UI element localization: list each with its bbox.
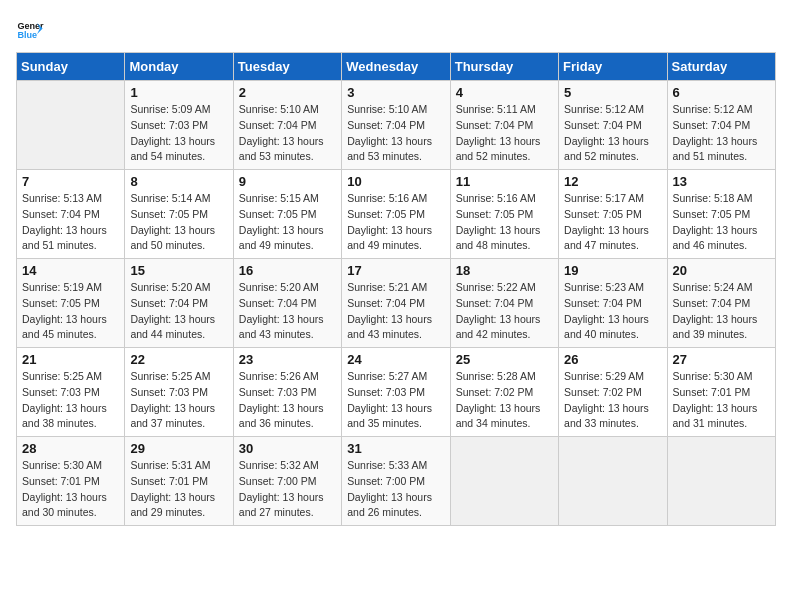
day-number: 2 bbox=[239, 85, 336, 100]
logo: General Blue bbox=[16, 16, 44, 44]
day-number: 12 bbox=[564, 174, 661, 189]
header-row: SundayMondayTuesdayWednesdayThursdayFrid… bbox=[17, 53, 776, 81]
calendar-cell: 7Sunrise: 5:13 AM Sunset: 7:04 PM Daylig… bbox=[17, 170, 125, 259]
day-number: 7 bbox=[22, 174, 119, 189]
day-info: Sunrise: 5:30 AM Sunset: 7:01 PM Dayligh… bbox=[673, 369, 770, 432]
calendar-cell: 16Sunrise: 5:20 AM Sunset: 7:04 PM Dayli… bbox=[233, 259, 341, 348]
day-info: Sunrise: 5:14 AM Sunset: 7:05 PM Dayligh… bbox=[130, 191, 227, 254]
calendar-cell: 31Sunrise: 5:33 AM Sunset: 7:00 PM Dayli… bbox=[342, 437, 450, 526]
header-cell-thursday: Thursday bbox=[450, 53, 558, 81]
day-info: Sunrise: 5:25 AM Sunset: 7:03 PM Dayligh… bbox=[130, 369, 227, 432]
day-number: 10 bbox=[347, 174, 444, 189]
calendar-week-2: 7Sunrise: 5:13 AM Sunset: 7:04 PM Daylig… bbox=[17, 170, 776, 259]
calendar-cell: 18Sunrise: 5:22 AM Sunset: 7:04 PM Dayli… bbox=[450, 259, 558, 348]
day-info: Sunrise: 5:31 AM Sunset: 7:01 PM Dayligh… bbox=[130, 458, 227, 521]
calendar-week-5: 28Sunrise: 5:30 AM Sunset: 7:01 PM Dayli… bbox=[17, 437, 776, 526]
header-cell-tuesday: Tuesday bbox=[233, 53, 341, 81]
calendar-cell: 21Sunrise: 5:25 AM Sunset: 7:03 PM Dayli… bbox=[17, 348, 125, 437]
day-info: Sunrise: 5:16 AM Sunset: 7:05 PM Dayligh… bbox=[456, 191, 553, 254]
day-number: 4 bbox=[456, 85, 553, 100]
calendar-cell: 11Sunrise: 5:16 AM Sunset: 7:05 PM Dayli… bbox=[450, 170, 558, 259]
day-info: Sunrise: 5:23 AM Sunset: 7:04 PM Dayligh… bbox=[564, 280, 661, 343]
calendar-week-1: 1Sunrise: 5:09 AM Sunset: 7:03 PM Daylig… bbox=[17, 81, 776, 170]
calendar-cell: 22Sunrise: 5:25 AM Sunset: 7:03 PM Dayli… bbox=[125, 348, 233, 437]
calendar-cell bbox=[667, 437, 775, 526]
logo-icon: General Blue bbox=[16, 16, 44, 44]
calendar-cell: 27Sunrise: 5:30 AM Sunset: 7:01 PM Dayli… bbox=[667, 348, 775, 437]
day-info: Sunrise: 5:21 AM Sunset: 7:04 PM Dayligh… bbox=[347, 280, 444, 343]
day-info: Sunrise: 5:20 AM Sunset: 7:04 PM Dayligh… bbox=[130, 280, 227, 343]
day-number: 15 bbox=[130, 263, 227, 278]
day-info: Sunrise: 5:27 AM Sunset: 7:03 PM Dayligh… bbox=[347, 369, 444, 432]
calendar-body: 1Sunrise: 5:09 AM Sunset: 7:03 PM Daylig… bbox=[17, 81, 776, 526]
day-info: Sunrise: 5:13 AM Sunset: 7:04 PM Dayligh… bbox=[22, 191, 119, 254]
day-info: Sunrise: 5:10 AM Sunset: 7:04 PM Dayligh… bbox=[347, 102, 444, 165]
day-info: Sunrise: 5:33 AM Sunset: 7:00 PM Dayligh… bbox=[347, 458, 444, 521]
calendar-cell: 29Sunrise: 5:31 AM Sunset: 7:01 PM Dayli… bbox=[125, 437, 233, 526]
header-cell-monday: Monday bbox=[125, 53, 233, 81]
day-number: 30 bbox=[239, 441, 336, 456]
day-info: Sunrise: 5:28 AM Sunset: 7:02 PM Dayligh… bbox=[456, 369, 553, 432]
day-number: 23 bbox=[239, 352, 336, 367]
day-number: 11 bbox=[456, 174, 553, 189]
calendar-cell: 14Sunrise: 5:19 AM Sunset: 7:05 PM Dayli… bbox=[17, 259, 125, 348]
calendar-cell bbox=[559, 437, 667, 526]
calendar-cell: 12Sunrise: 5:17 AM Sunset: 7:05 PM Dayli… bbox=[559, 170, 667, 259]
day-info: Sunrise: 5:32 AM Sunset: 7:00 PM Dayligh… bbox=[239, 458, 336, 521]
day-info: Sunrise: 5:26 AM Sunset: 7:03 PM Dayligh… bbox=[239, 369, 336, 432]
calendar-cell: 9Sunrise: 5:15 AM Sunset: 7:05 PM Daylig… bbox=[233, 170, 341, 259]
day-info: Sunrise: 5:17 AM Sunset: 7:05 PM Dayligh… bbox=[564, 191, 661, 254]
day-info: Sunrise: 5:22 AM Sunset: 7:04 PM Dayligh… bbox=[456, 280, 553, 343]
day-info: Sunrise: 5:18 AM Sunset: 7:05 PM Dayligh… bbox=[673, 191, 770, 254]
page-header: General Blue bbox=[16, 16, 776, 44]
day-number: 5 bbox=[564, 85, 661, 100]
calendar-week-3: 14Sunrise: 5:19 AM Sunset: 7:05 PM Dayli… bbox=[17, 259, 776, 348]
calendar-cell: 15Sunrise: 5:20 AM Sunset: 7:04 PM Dayli… bbox=[125, 259, 233, 348]
day-number: 3 bbox=[347, 85, 444, 100]
calendar-table: SundayMondayTuesdayWednesdayThursdayFrid… bbox=[16, 52, 776, 526]
day-info: Sunrise: 5:16 AM Sunset: 7:05 PM Dayligh… bbox=[347, 191, 444, 254]
day-info: Sunrise: 5:19 AM Sunset: 7:05 PM Dayligh… bbox=[22, 280, 119, 343]
day-number: 31 bbox=[347, 441, 444, 456]
calendar-cell: 2Sunrise: 5:10 AM Sunset: 7:04 PM Daylig… bbox=[233, 81, 341, 170]
calendar-cell: 20Sunrise: 5:24 AM Sunset: 7:04 PM Dayli… bbox=[667, 259, 775, 348]
day-info: Sunrise: 5:09 AM Sunset: 7:03 PM Dayligh… bbox=[130, 102, 227, 165]
day-number: 17 bbox=[347, 263, 444, 278]
day-number: 20 bbox=[673, 263, 770, 278]
day-number: 8 bbox=[130, 174, 227, 189]
day-number: 28 bbox=[22, 441, 119, 456]
calendar-cell: 30Sunrise: 5:32 AM Sunset: 7:00 PM Dayli… bbox=[233, 437, 341, 526]
day-info: Sunrise: 5:25 AM Sunset: 7:03 PM Dayligh… bbox=[22, 369, 119, 432]
day-number: 13 bbox=[673, 174, 770, 189]
day-info: Sunrise: 5:12 AM Sunset: 7:04 PM Dayligh… bbox=[673, 102, 770, 165]
calendar-cell: 23Sunrise: 5:26 AM Sunset: 7:03 PM Dayli… bbox=[233, 348, 341, 437]
day-info: Sunrise: 5:15 AM Sunset: 7:05 PM Dayligh… bbox=[239, 191, 336, 254]
calendar-header: SundayMondayTuesdayWednesdayThursdayFrid… bbox=[17, 53, 776, 81]
day-number: 19 bbox=[564, 263, 661, 278]
day-info: Sunrise: 5:24 AM Sunset: 7:04 PM Dayligh… bbox=[673, 280, 770, 343]
calendar-cell: 13Sunrise: 5:18 AM Sunset: 7:05 PM Dayli… bbox=[667, 170, 775, 259]
day-number: 26 bbox=[564, 352, 661, 367]
header-cell-sunday: Sunday bbox=[17, 53, 125, 81]
day-info: Sunrise: 5:10 AM Sunset: 7:04 PM Dayligh… bbox=[239, 102, 336, 165]
day-number: 24 bbox=[347, 352, 444, 367]
day-number: 29 bbox=[130, 441, 227, 456]
day-info: Sunrise: 5:29 AM Sunset: 7:02 PM Dayligh… bbox=[564, 369, 661, 432]
day-number: 9 bbox=[239, 174, 336, 189]
calendar-cell: 1Sunrise: 5:09 AM Sunset: 7:03 PM Daylig… bbox=[125, 81, 233, 170]
calendar-cell: 17Sunrise: 5:21 AM Sunset: 7:04 PM Dayli… bbox=[342, 259, 450, 348]
calendar-cell bbox=[450, 437, 558, 526]
header-cell-wednesday: Wednesday bbox=[342, 53, 450, 81]
calendar-cell: 19Sunrise: 5:23 AM Sunset: 7:04 PM Dayli… bbox=[559, 259, 667, 348]
calendar-cell: 3Sunrise: 5:10 AM Sunset: 7:04 PM Daylig… bbox=[342, 81, 450, 170]
day-number: 21 bbox=[22, 352, 119, 367]
calendar-cell: 5Sunrise: 5:12 AM Sunset: 7:04 PM Daylig… bbox=[559, 81, 667, 170]
calendar-cell: 24Sunrise: 5:27 AM Sunset: 7:03 PM Dayli… bbox=[342, 348, 450, 437]
calendar-cell bbox=[17, 81, 125, 170]
day-number: 22 bbox=[130, 352, 227, 367]
day-info: Sunrise: 5:11 AM Sunset: 7:04 PM Dayligh… bbox=[456, 102, 553, 165]
day-number: 27 bbox=[673, 352, 770, 367]
calendar-week-4: 21Sunrise: 5:25 AM Sunset: 7:03 PM Dayli… bbox=[17, 348, 776, 437]
calendar-cell: 25Sunrise: 5:28 AM Sunset: 7:02 PM Dayli… bbox=[450, 348, 558, 437]
day-number: 14 bbox=[22, 263, 119, 278]
